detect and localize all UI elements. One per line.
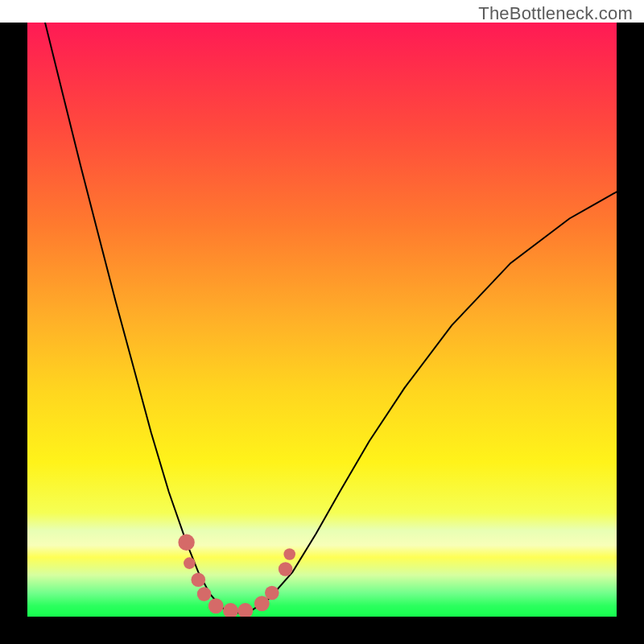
curve-marker: [237, 603, 253, 617]
plot-frame: [0, 23, 644, 644]
curve-marker: [283, 548, 295, 560]
plot-area: [27, 23, 617, 617]
curve-marker: [223, 603, 238, 617]
curve-marker: [265, 586, 279, 601]
curve-marker: [192, 572, 206, 587]
curve-marker: [254, 596, 270, 611]
curve-marker: [197, 587, 212, 601]
curve-marker: [178, 535, 194, 551]
curve-markers: [178, 535, 295, 617]
curve-marker: [208, 598, 224, 613]
curve-marker: [184, 557, 196, 569]
watermark: TheBottleneck.com: [478, 3, 633, 24]
stage: TheBottleneck.com: [0, 0, 644, 644]
bottleneck-curve: [45, 23, 617, 613]
curve-marker: [279, 562, 293, 576]
curve-svg: [27, 23, 617, 617]
